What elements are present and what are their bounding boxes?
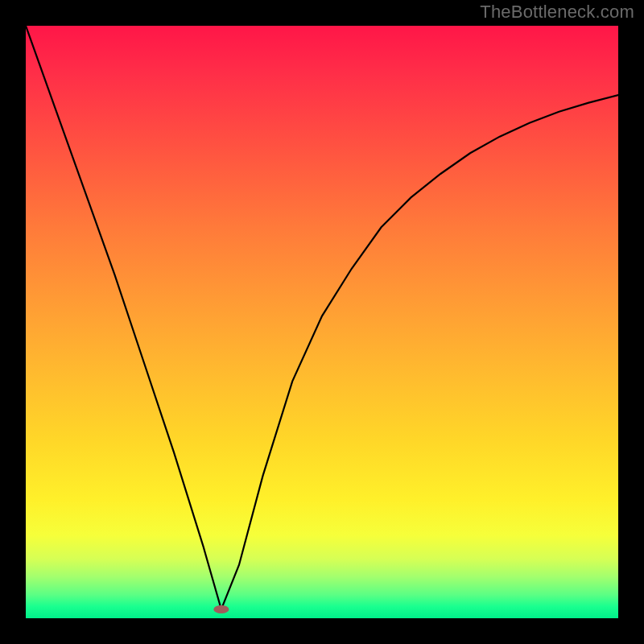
curve-right	[221, 95, 618, 609]
curve-svg	[26, 26, 618, 618]
minimum-marker	[213, 605, 229, 613]
watermark-text: TheBottleneck.com	[480, 2, 634, 23]
plot-area	[26, 26, 618, 618]
curve-left	[26, 26, 221, 609]
chart-frame: TheBottleneck.com	[0, 0, 644, 644]
